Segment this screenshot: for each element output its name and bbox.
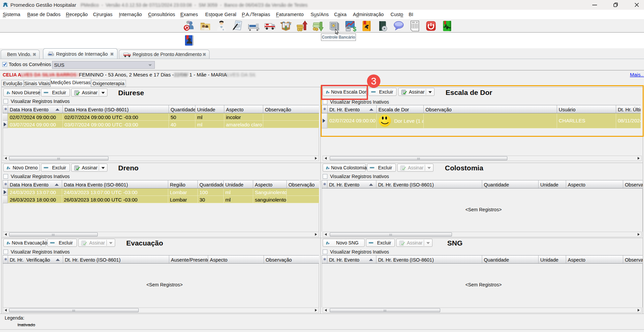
svg-text:$: $ <box>353 25 357 32</box>
